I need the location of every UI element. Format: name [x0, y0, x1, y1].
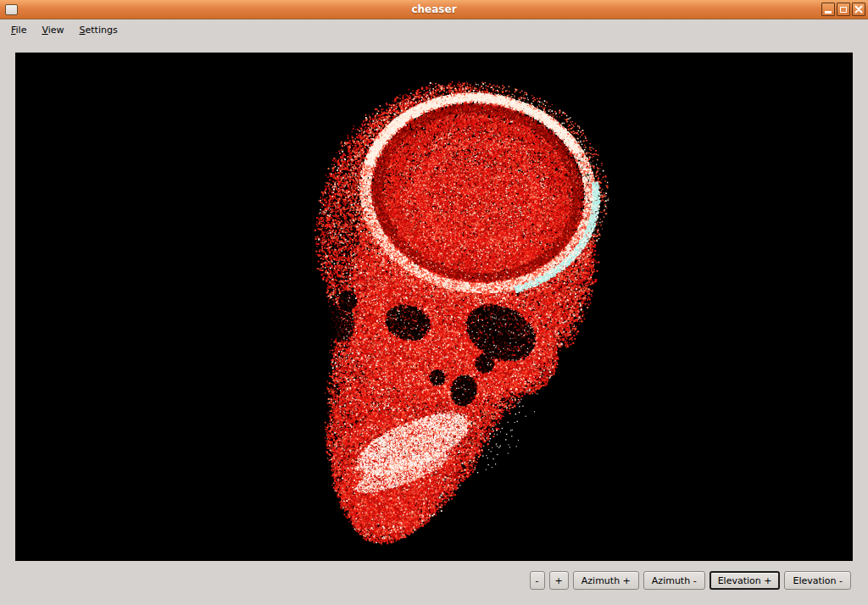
application-icon[interactable] — [5, 4, 18, 15]
menu-view-label: View — [42, 25, 64, 36]
titlebar[interactable]: cheaser — [0, 0, 868, 19]
window-title: cheaser — [0, 0, 868, 19]
close-icon — [854, 5, 863, 14]
zoom-in-button[interactable]: + — [549, 571, 569, 590]
menu-view[interactable]: View — [34, 19, 71, 40]
elevation-minus-button[interactable]: Elevation - — [784, 571, 851, 590]
view-control-toolbar: - + Azimuth + Azimuth - Elevation + Elev… — [530, 571, 851, 590]
minimize-icon — [825, 11, 832, 14]
window-controls — [821, 3, 865, 16]
azimuth-plus-button[interactable]: Azimuth + — [573, 571, 639, 590]
render-viewport[interactable] — [15, 53, 853, 561]
menu-settings-label: Settings — [80, 25, 118, 36]
close-button[interactable] — [852, 3, 865, 16]
azimuth-minus-button[interactable]: Azimuth - — [643, 571, 705, 590]
zoom-out-button[interactable]: - — [530, 571, 545, 590]
menu-file[interactable]: File — [3, 19, 34, 40]
menu-settings[interactable]: Settings — [72, 19, 125, 40]
minimize-button[interactable] — [821, 3, 835, 16]
menu-file-label: File — [11, 25, 26, 36]
menubar: File View Settings — [0, 19, 868, 40]
skull-render-canvas[interactable] — [15, 53, 853, 561]
application-window: { "window": { "title": "cheaser", "icon"… — [0, 0, 868, 605]
maximize-button[interactable] — [837, 3, 850, 16]
maximize-icon — [840, 7, 847, 13]
elevation-plus-button[interactable]: Elevation + — [709, 571, 781, 590]
